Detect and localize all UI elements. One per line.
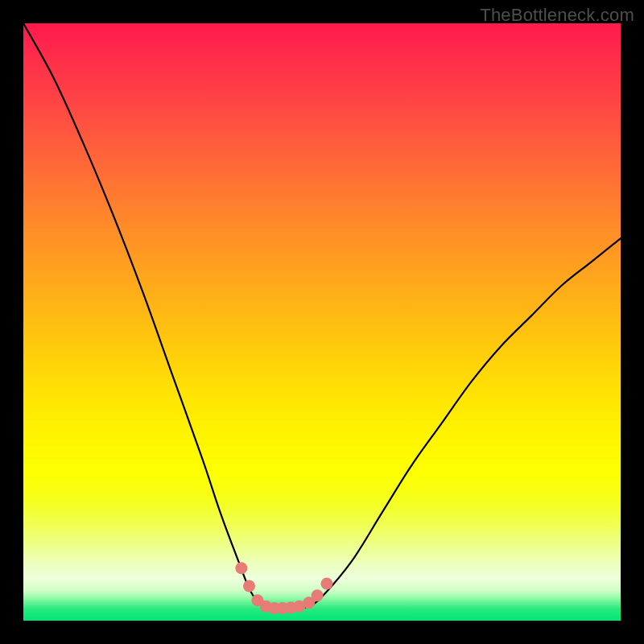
highlight-marker	[320, 578, 332, 590]
bottleneck-curve-svg	[23, 23, 621, 621]
highlight-marker	[235, 562, 247, 574]
bottleneck-curve	[23, 23, 621, 609]
watermark-text: TheBottleneck.com	[480, 5, 634, 26]
highlight-markers	[235, 562, 332, 614]
plot-area	[23, 23, 621, 621]
highlight-marker	[312, 589, 324, 601]
highlight-marker	[243, 580, 255, 592]
chart-frame: TheBottleneck.com	[0, 0, 644, 644]
